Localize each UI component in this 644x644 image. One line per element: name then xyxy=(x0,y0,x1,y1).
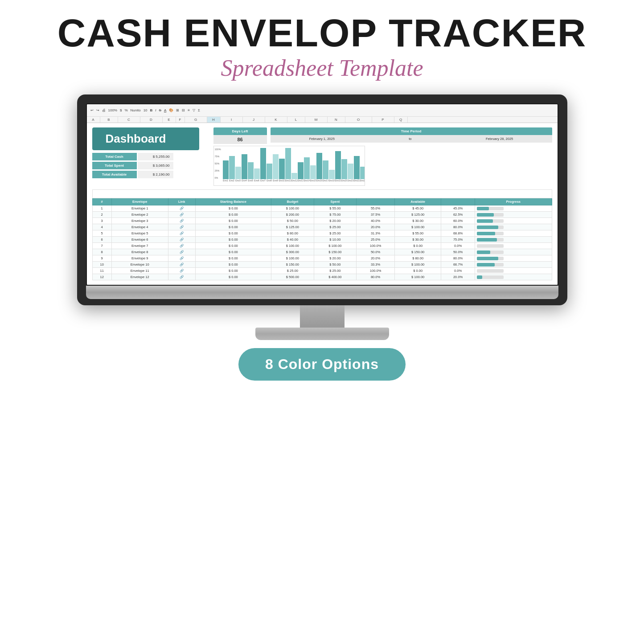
cell-4: $ 100.00 xyxy=(271,255,314,262)
progress-cell xyxy=(475,262,552,268)
chart-x-label: Env15 xyxy=(310,179,316,182)
cell-6: 100.0% xyxy=(357,268,395,274)
chart-x-label: Env7 xyxy=(260,179,266,182)
th-avail-pct xyxy=(441,198,475,205)
progress-cell xyxy=(475,218,552,224)
chart-x-label: Env3 xyxy=(235,179,241,182)
cell-8: 50.0% xyxy=(441,249,475,255)
chart-bar xyxy=(267,164,272,179)
cell-2: 🔗 xyxy=(168,218,195,224)
progress-cell xyxy=(475,249,552,255)
cell-4: $ 80.00 xyxy=(271,230,314,237)
chart-bar xyxy=(260,148,266,179)
cell-6: 55.0% xyxy=(357,205,395,212)
th-spent: Spent xyxy=(314,198,356,205)
cell-0: 2 xyxy=(92,212,111,218)
col-i: I xyxy=(221,117,243,123)
monitor-stand xyxy=(278,305,367,340)
cell-3: $ 0.00 xyxy=(195,205,271,212)
cell-7: $ 0.00 xyxy=(395,243,441,249)
days-left-value: 86 xyxy=(213,135,267,144)
cell-2: 🔗 xyxy=(168,205,195,212)
cell-7: $ 100.00 xyxy=(395,262,441,268)
chart-x-label: Env23 xyxy=(360,179,365,182)
cell-5: $ 20.00 xyxy=(314,218,356,224)
cell-8: 20.0% xyxy=(441,274,475,280)
cell-6: 20.0% xyxy=(357,224,395,230)
toolbar-filter: ▽ xyxy=(193,108,195,112)
col-h: H xyxy=(207,117,221,123)
chart-x-label: Env22 xyxy=(354,179,360,182)
chart-bar xyxy=(242,154,247,179)
th-progress: Progress xyxy=(475,198,552,205)
cell-4: $ 125.00 xyxy=(271,224,314,230)
cell-3: $ 0.00 xyxy=(195,262,271,268)
chart-x-label: Env12 xyxy=(291,179,297,182)
cell-3: $ 0.00 xyxy=(195,274,271,280)
time-period-label: Time Period xyxy=(271,127,552,135)
progress-cell xyxy=(475,274,552,280)
cell-1: Envelope 7 xyxy=(111,243,168,249)
chart-x-label: Env5 xyxy=(248,179,254,182)
cell-2: 🔗 xyxy=(168,249,195,255)
cell-7: $ 100.00 xyxy=(395,274,441,280)
days-left-label: Days Left xyxy=(213,127,267,135)
cell-6: 31.3% xyxy=(357,230,395,237)
dashboard-content: Dashboard Total Cash $ 5,255.00 Total Sp… xyxy=(87,123,558,285)
toolbar-underline: A xyxy=(164,108,166,112)
toolbar-undo: ↩ xyxy=(90,108,94,112)
chart-x-label: Env1 xyxy=(223,179,229,182)
table-row: 10Envelope 10🔗$ 0.00$ 150.00$ 50.0033.3%… xyxy=(92,262,552,268)
cell-4: $ 40.00 xyxy=(271,237,314,243)
chart-bar xyxy=(341,159,347,180)
cell-8: 66.7% xyxy=(441,262,475,268)
stand-base xyxy=(255,328,389,340)
metric-total-spent: Total Spent $ 3,065.00 xyxy=(92,162,208,169)
dashboard-title: Dashboard xyxy=(92,127,199,150)
th-starting: Starting Balance xyxy=(195,198,271,205)
chart-bar xyxy=(348,164,353,179)
chart-x-label: Env13 xyxy=(298,179,304,182)
progress-cell xyxy=(475,224,552,230)
cell-2: 🔗 xyxy=(168,255,195,262)
col-q: Q xyxy=(394,117,408,123)
chart-bar xyxy=(291,173,297,179)
cell-0: 10 xyxy=(92,262,111,268)
subtitle: Spreadsheet Template xyxy=(0,55,644,81)
chart-bar xyxy=(316,153,322,180)
toolbar-redo: ↪ xyxy=(96,108,99,112)
table-row: 3Envelope 3🔗$ 0.00$ 50.00$ 20.0040.0%$ 3… xyxy=(92,218,552,224)
th-num: # xyxy=(92,198,111,205)
cell-0: 1 xyxy=(92,205,111,212)
cell-8: 68.8% xyxy=(441,230,475,237)
cell-0: 3 xyxy=(92,218,111,224)
cell-4: $ 300.00 xyxy=(271,249,314,255)
toolbar-italic: I xyxy=(155,108,156,112)
toolbar-strikethrough: S xyxy=(159,108,161,112)
toolbar-dollar: $ xyxy=(120,108,122,112)
chart-x-label: Env19 xyxy=(335,179,341,182)
monitor-wrapper: ↩ ↪ 🖨 100% $ % Nunito 10 B I S A 🎨 ⊞ ⊟ ≡ xyxy=(77,94,567,340)
table-row: 8Envelope 8🔗$ 0.00$ 300.00$ 150.0050.0%$… xyxy=(92,249,552,255)
cell-7: $ 150.00 xyxy=(395,249,441,255)
cell-5: $ 50.00 xyxy=(314,262,356,268)
right-panel: Days Left 86 Time Period February 1, 202… xyxy=(213,127,552,186)
monitor-chin xyxy=(86,286,558,299)
progress-cell xyxy=(475,205,552,212)
toolbar-font: Nunito xyxy=(131,108,141,112)
cell-1: Envelope 4 xyxy=(111,224,168,230)
progress-cell xyxy=(475,255,552,262)
cell-5: $ 55.00 xyxy=(314,205,356,212)
col-j: J xyxy=(243,117,265,123)
col-g: G xyxy=(185,117,207,123)
total-cash-label: Total Cash xyxy=(92,153,137,160)
col-m: M xyxy=(305,117,328,123)
chart-bar xyxy=(354,156,360,180)
cell-2: 🔗 xyxy=(168,224,195,230)
cell-0: 11 xyxy=(92,268,111,274)
col-headers: A B C D E F G H I J K L M N O P Q xyxy=(87,117,558,123)
cell-4: $ 100.00 xyxy=(271,205,314,212)
color-badge: 8 Color Options xyxy=(238,348,406,381)
col-p: P xyxy=(372,117,394,123)
y-axis: 100% 75% 50% 25% 0% xyxy=(215,148,221,179)
